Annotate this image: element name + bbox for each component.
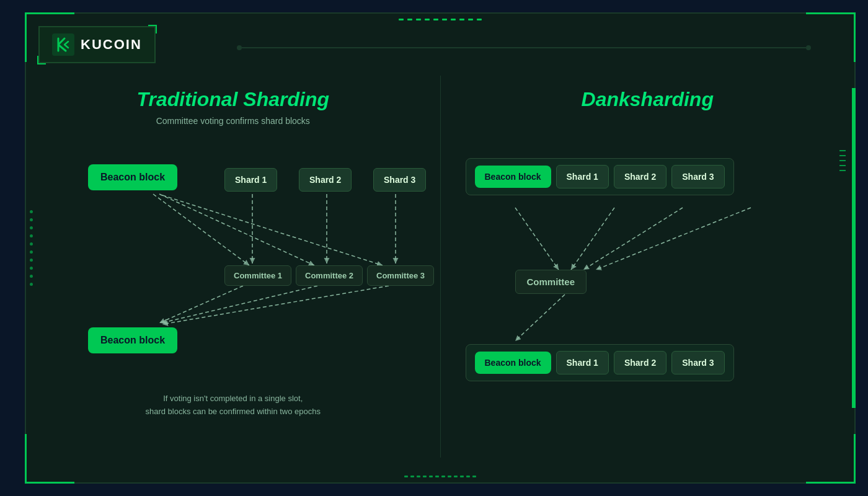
danksharding-panel: Danksharding	[441, 76, 855, 458]
svg-line-9	[162, 286, 389, 324]
svg-line-11	[571, 208, 614, 270]
traditional-sharding-subtitle: Committee voting confirms shard blocks	[38, 116, 428, 126]
svg-rect-0	[52, 33, 74, 56]
corner-decoration	[806, 12, 856, 62]
traditional-sharding-panel: Traditional Sharding Committee voting co…	[26, 76, 441, 458]
svg-line-12	[583, 208, 683, 270]
dk-beacon-top: Beacon block	[475, 166, 551, 188]
dk-committee: Committee	[515, 270, 587, 294]
svg-line-2	[159, 194, 314, 265]
shard2-top: Shard 2	[299, 168, 352, 192]
danksharding-title: Danksharding	[453, 88, 843, 111]
kucoin-icon	[52, 33, 74, 56]
top-decoration	[399, 19, 482, 20]
svg-line-3	[162, 195, 383, 265]
footer-text: If voting isn't completed in a single sl…	[38, 392, 428, 418]
logo: KUCOIN	[38, 26, 156, 63]
shard1-top: Shard 1	[224, 168, 277, 192]
dk-bottom-row: Beacon block Shard 1 Shard 2 Shard 3	[466, 344, 734, 381]
dk-top-row: Beacon block Shard 1 Shard 2 Shard 3	[466, 158, 734, 195]
dk-shard1-bottom: Shard 1	[556, 351, 609, 374]
beacon-block-bottom: Beacon block	[88, 327, 177, 353]
bottom-decoration	[404, 476, 476, 477]
committee3: Committee 3	[367, 265, 434, 286]
dk-shard3-top: Shard 3	[671, 165, 724, 188]
svg-line-10	[515, 208, 559, 270]
dk-shard1-top: Shard 1	[556, 165, 609, 188]
svg-line-13	[596, 208, 751, 270]
logo-text: KUCOIN	[81, 37, 142, 53]
svg-line-14	[515, 294, 565, 341]
svg-line-8	[161, 286, 317, 323]
committee2: Committee 2	[296, 265, 363, 286]
dk-shard3-bottom: Shard 3	[671, 351, 724, 374]
dk-beacon-bottom: Beacon block	[475, 352, 551, 374]
dk-shard2-bottom: Shard 2	[614, 351, 666, 374]
beacon-block-top: Beacon block	[88, 164, 177, 190]
traditional-sharding-diagram: Beacon block Shard 1 Shard 2 Shard 3 Com…	[38, 151, 428, 386]
committee1: Committee 1	[224, 265, 291, 286]
danksharding-diagram: Beacon block Shard 1 Shard 2 Shard 3 Com…	[453, 146, 843, 394]
svg-line-7	[159, 286, 243, 323]
svg-line-1	[153, 194, 249, 265]
shard3-top: Shard 3	[373, 168, 426, 192]
main-frame: KUCOIN Traditional Sharding Committee vo…	[25, 12, 856, 484]
main-content: Traditional Sharding Committee voting co…	[26, 76, 854, 458]
traditional-sharding-title: Traditional Sharding	[38, 88, 428, 111]
dk-shard2-top: Shard 2	[614, 165, 666, 188]
